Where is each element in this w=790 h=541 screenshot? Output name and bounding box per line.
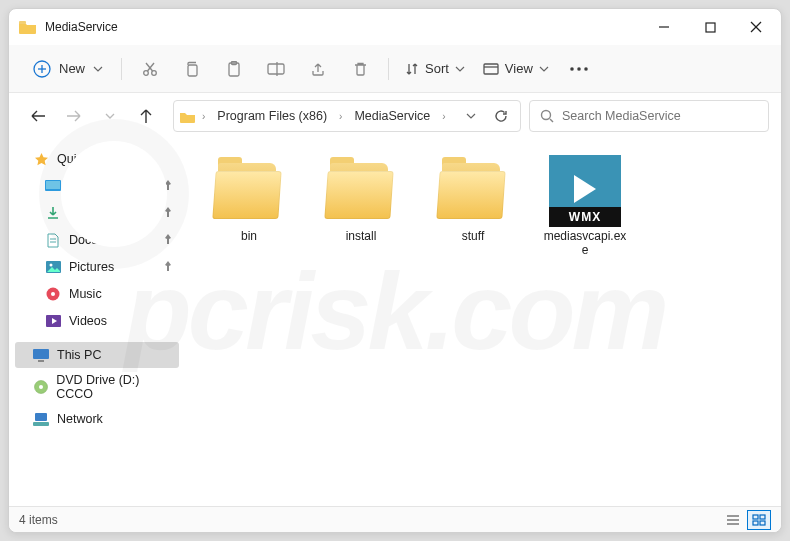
item-name: install xyxy=(346,229,377,243)
svg-rect-2 xyxy=(706,23,715,32)
sidebar-item-desktop[interactable]: Desktop xyxy=(15,173,179,199)
address-dropdown-button[interactable] xyxy=(458,103,484,129)
svg-point-21 xyxy=(584,67,587,70)
back-button[interactable] xyxy=(21,99,55,133)
pin-icon xyxy=(163,234,173,246)
view-icon xyxy=(483,63,499,75)
download-icon xyxy=(45,205,61,221)
breadcrumb-item[interactable]: MediaService xyxy=(348,105,436,127)
view-label: View xyxy=(505,61,533,76)
sidebar-label: DVD Drive (D:) CCCO xyxy=(56,373,173,401)
search-icon xyxy=(540,109,554,123)
item-name: stuff xyxy=(462,229,484,243)
minimize-button[interactable] xyxy=(641,11,687,43)
sidebar-label: Documents xyxy=(69,233,132,247)
svg-rect-43 xyxy=(760,515,765,519)
chevron-right-icon[interactable]: › xyxy=(337,111,344,122)
sidebar-item-videos[interactable]: Videos xyxy=(15,308,179,334)
folder-item[interactable]: install xyxy=(315,153,407,263)
svg-rect-33 xyxy=(33,349,49,359)
svg-line-23 xyxy=(550,119,553,122)
view-button[interactable]: View xyxy=(475,57,557,80)
network-icon xyxy=(33,411,49,427)
sidebar-item-documents[interactable]: Documents xyxy=(15,227,179,253)
svg-point-8 xyxy=(144,70,149,75)
folder-icon xyxy=(19,20,37,34)
svg-rect-42 xyxy=(753,515,758,519)
cut-button[interactable] xyxy=(130,51,170,87)
svg-rect-37 xyxy=(35,413,47,421)
breadcrumb-item[interactable]: Program Files (x86) xyxy=(211,105,333,127)
sidebar-item-downloads[interactable]: Downloads xyxy=(15,200,179,226)
svg-point-31 xyxy=(51,292,55,296)
sidebar-item-music[interactable]: Music xyxy=(15,281,179,307)
close-button[interactable] xyxy=(733,11,779,43)
address-bar[interactable]: › Program Files (x86) › MediaService › xyxy=(173,100,521,132)
toolbar: New Sort View xyxy=(9,45,781,93)
svg-point-36 xyxy=(39,385,43,389)
svg-rect-0 xyxy=(19,21,26,24)
window-title: MediaService xyxy=(45,20,118,34)
sidebar-label: Pictures xyxy=(69,260,114,274)
sort-icon xyxy=(405,62,419,76)
recent-button[interactable] xyxy=(93,99,127,133)
up-button[interactable] xyxy=(129,99,163,133)
share-button[interactable] xyxy=(298,51,338,87)
forward-button[interactable] xyxy=(57,99,91,133)
refresh-button[interactable] xyxy=(488,103,514,129)
content-area[interactable]: bin install stuff WMX mediasvcapi.exe xyxy=(185,139,781,506)
item-name: bin xyxy=(241,229,257,243)
folder-icon xyxy=(214,163,284,219)
svg-point-9 xyxy=(152,70,157,75)
rename-button[interactable] xyxy=(256,51,296,87)
svg-rect-25 xyxy=(46,181,60,189)
star-icon xyxy=(33,151,49,167)
document-icon xyxy=(45,232,61,248)
svg-rect-15 xyxy=(268,64,284,74)
sort-button[interactable]: Sort xyxy=(397,57,473,80)
new-button[interactable]: New xyxy=(23,54,113,84)
folder-icon xyxy=(326,163,396,219)
pin-icon xyxy=(163,180,173,192)
folder-item[interactable]: bin xyxy=(203,153,295,263)
desktop-icon xyxy=(45,178,61,194)
details-view-button[interactable] xyxy=(721,510,745,530)
paste-button[interactable] xyxy=(214,51,254,87)
file-item[interactable]: WMX mediasvcapi.exe xyxy=(539,153,631,263)
sidebar-label: Music xyxy=(69,287,102,301)
maximize-button[interactable] xyxy=(687,11,733,43)
folder-item[interactable]: stuff xyxy=(427,153,519,263)
svg-rect-12 xyxy=(188,65,197,76)
sidebar: Quick access Desktop Downloads Documents… xyxy=(9,139,185,506)
chevron-right-icon[interactable]: › xyxy=(200,111,207,122)
folder-icon xyxy=(180,108,196,124)
sidebar-this-pc[interactable]: This PC xyxy=(15,342,179,368)
sidebar-label: Quick access xyxy=(57,152,131,166)
search-box[interactable] xyxy=(529,100,769,132)
sidebar-dvd-drive[interactable]: DVD Drive (D:) CCCO xyxy=(15,374,179,400)
music-icon xyxy=(45,286,61,302)
more-button[interactable] xyxy=(559,51,599,87)
chevron-down-icon xyxy=(93,66,103,72)
item-name: mediasvcapi.exe xyxy=(541,229,629,257)
sidebar-label: Videos xyxy=(69,314,107,328)
pc-icon xyxy=(33,347,49,363)
sidebar-quick-access[interactable]: Quick access xyxy=(15,146,179,172)
svg-point-29 xyxy=(49,264,52,267)
svg-rect-44 xyxy=(753,521,758,525)
chevron-right-icon[interactable]: › xyxy=(440,111,447,122)
icons-view-button[interactable] xyxy=(747,510,771,530)
svg-point-19 xyxy=(570,67,573,70)
chevron-down-icon xyxy=(455,66,465,72)
folder-icon xyxy=(438,163,508,219)
address-row: › Program Files (x86) › MediaService › xyxy=(9,93,781,139)
sidebar-network[interactable]: Network xyxy=(15,406,179,432)
search-input[interactable] xyxy=(562,109,758,123)
delete-button[interactable] xyxy=(340,51,380,87)
explorer-window: MediaService New Sort View xyxy=(8,8,782,533)
svg-rect-38 xyxy=(33,422,49,426)
sidebar-item-pictures[interactable]: Pictures xyxy=(15,254,179,280)
copy-button[interactable] xyxy=(172,51,212,87)
statusbar: 4 items xyxy=(9,506,781,532)
sidebar-label: This PC xyxy=(57,348,101,362)
